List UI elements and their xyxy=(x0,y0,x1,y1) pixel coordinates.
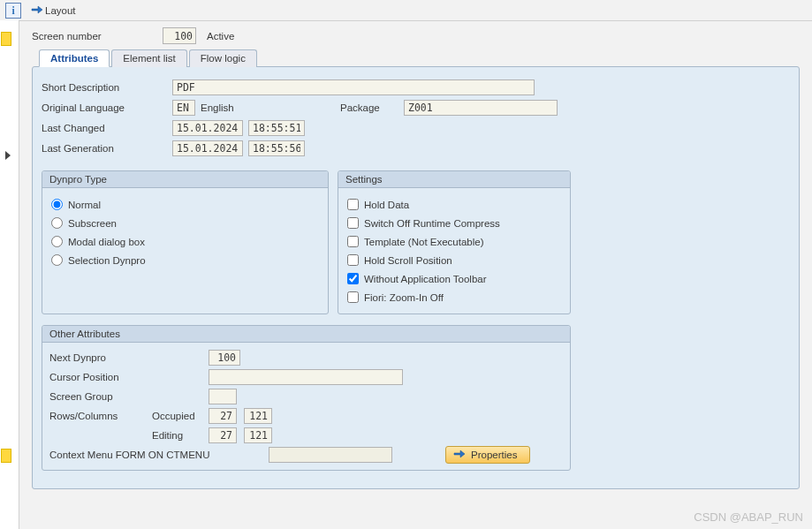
screen-group-field[interactable] xyxy=(209,389,237,404)
chk-hold-data[interactable]: Hold Data xyxy=(347,195,561,214)
occupied-rows[interactable] xyxy=(209,408,237,424)
radio-subscreen[interactable]: Subscreen xyxy=(51,214,319,232)
layout-label: Layout xyxy=(45,5,76,16)
tab-flow-logic[interactable]: Flow logic xyxy=(189,49,257,67)
layout-button[interactable]: Layout xyxy=(27,3,80,19)
properties-label: Properties xyxy=(471,450,517,460)
chk-scroll[interactable]: Hold Scroll Position xyxy=(347,251,561,269)
other-header: Other Attributes xyxy=(42,326,570,343)
dynpro-header: Dynpro Type xyxy=(42,171,328,188)
cursor-position-field[interactable] xyxy=(209,369,403,385)
group-dynpro-type: Dynpro Type Normal Subscreen Modal dialo… xyxy=(42,170,329,314)
screen-number-field[interactable] xyxy=(163,27,196,44)
short-desc-label: Short Description xyxy=(42,82,172,93)
last-gen-time[interactable] xyxy=(248,140,305,156)
occupied-label: Occupied xyxy=(152,411,209,421)
orig-lang-label: Original Language xyxy=(42,102,172,113)
tab-panel-attributes: Short Description Original Language Engl… xyxy=(32,66,800,489)
tab-element-list[interactable]: Element list xyxy=(111,49,186,67)
lang-code-field[interactable] xyxy=(172,100,195,116)
chk-fiori[interactable]: Fiori: Zoom-In Off xyxy=(347,288,561,306)
cursor-position-label: Cursor Position xyxy=(49,372,209,382)
screen-group-label: Screen Group xyxy=(49,391,209,402)
tabstrip: Attributes Element list Flow logic xyxy=(32,49,800,67)
last-changed-label: Last Changed xyxy=(42,123,172,133)
screen-number-label: Screen number xyxy=(32,31,156,42)
arrow-right-icon xyxy=(31,4,43,17)
editing-label: Editing xyxy=(152,430,209,441)
last-gen-label: Last Generation xyxy=(42,143,172,154)
screen-status: Active xyxy=(207,31,234,42)
marker-icon xyxy=(1,449,11,463)
arrow-right-icon xyxy=(453,449,466,461)
ctxmenu-label: Context Menu FORM ON CTMENU xyxy=(49,450,269,460)
radio-selection[interactable]: Selection Dynpro xyxy=(51,251,319,269)
expand-right-icon[interactable] xyxy=(5,151,11,160)
group-settings: Settings Hold Data Switch Off Runtime Co… xyxy=(338,170,571,314)
radio-normal[interactable]: Normal xyxy=(51,195,319,214)
next-dynpro-label: Next Dynpro xyxy=(49,352,209,363)
last-changed-time[interactable] xyxy=(248,120,305,136)
radio-modal[interactable]: Modal dialog box xyxy=(51,232,319,251)
chk-template[interactable]: Template (Not Executable) xyxy=(347,232,561,251)
last-changed-date[interactable] xyxy=(172,120,243,136)
screen-number-row: Screen number Active xyxy=(32,27,800,44)
left-ruler xyxy=(0,20,19,529)
package-label: Package xyxy=(340,102,404,113)
info-icon[interactable]: i xyxy=(5,3,21,19)
rowscols-label: Rows/Columns xyxy=(49,411,152,421)
occupied-cols[interactable] xyxy=(244,408,272,424)
editing-cols[interactable] xyxy=(244,427,272,443)
ctxmenu-field[interactable] xyxy=(269,447,392,463)
lang-name: English xyxy=(201,102,307,113)
main-content: Screen number Active Attributes Element … xyxy=(19,20,812,529)
next-dynpro-field[interactable] xyxy=(209,350,240,366)
app-toolbar: i Layout xyxy=(0,0,812,21)
marker-icon xyxy=(1,32,11,46)
editing-rows[interactable] xyxy=(209,427,237,443)
package-field[interactable] xyxy=(404,100,558,116)
short-desc-field[interactable] xyxy=(172,79,535,95)
properties-button[interactable]: Properties xyxy=(445,446,530,464)
tab-attributes[interactable]: Attributes xyxy=(39,49,110,67)
last-gen-date[interactable] xyxy=(172,140,243,156)
chk-no-toolbar[interactable]: Without Application Toolbar xyxy=(347,269,561,288)
watermark: CSDN @ABAP_RUN xyxy=(694,510,803,524)
chk-compress[interactable]: Switch Off Runtime Compress xyxy=(347,214,561,232)
group-other-attributes: Other Attributes Next Dynpro Cursor Posi… xyxy=(42,325,571,471)
settings-header: Settings xyxy=(338,171,570,188)
